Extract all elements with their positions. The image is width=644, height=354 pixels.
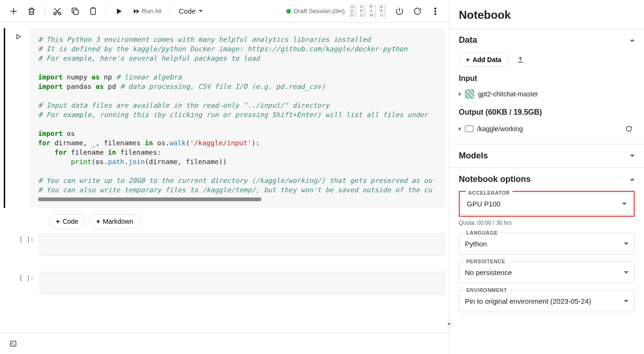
run-all-button[interactable]: Run All [129,6,165,17]
session-status: Draft Session (0m) [286,8,345,15]
accelerator-highlight: ACCELERATOR GPU P100 [459,191,635,217]
delete-cell-button[interactable] [24,3,39,19]
chevron-down-icon [624,300,628,302]
svg-point-6 [435,13,436,15]
horizontal-scrollbar[interactable] [38,197,261,201]
input-header: Input [459,74,635,83]
svg-rect-7 [10,341,16,346]
add-data-button[interactable]: +Add Data [459,53,509,67]
svg-rect-2 [74,9,79,14]
svg-rect-3 [91,8,95,14]
copy-button[interactable] [67,3,83,19]
language-dropdown[interactable]: LANGUAGE Python [459,233,635,255]
svg-point-0 [54,12,56,15]
toolbar: Run All Code Draft Session (0m) HDD CPU … [0,0,449,23]
options-section-header[interactable]: Notebook options [459,174,635,184]
divider [44,6,45,17]
status-dot-icon [286,9,291,14]
add-cell-button[interactable] [6,3,22,19]
code-editor[interactable]: # This Python 3 environment comes with m… [30,28,445,208]
chevron-down-icon [630,155,635,157]
folder-icon [465,126,473,132]
chevron-down-icon [198,10,203,12]
divider [170,6,170,17]
sidebar-title: Notebook [449,0,644,28]
paste-button[interactable] [85,3,101,19]
power-button[interactable] [392,3,408,19]
cell-prompt: [ ]: [19,275,34,294]
cell-type-label: Code [179,7,196,15]
persistence-label: PERSISTENCE [464,259,508,264]
cell-type-dropdown[interactable]: Code [175,5,207,17]
console-bar [0,333,449,354]
dataset-icon [465,89,474,99]
run-all-label: Run All [142,8,161,15]
empty-cell[interactable]: [ ]: [4,272,445,294]
svg-point-5 [435,10,436,12]
chevron-down-icon [624,271,628,274]
data-section-header[interactable]: Data [459,35,635,45]
code-editor[interactable] [39,233,445,256]
environment-dropdown[interactable]: ENVIRONMENT Pin to original environment … [459,290,635,312]
chevron-up-icon [630,39,635,41]
upload-button[interactable] [512,52,528,68]
language-label: LANGUAGE [464,230,500,236]
refresh-output-button[interactable] [623,123,635,134]
environment-label: ENVIRONMENT [464,287,510,293]
sidebar: ▸ Notebook Data +Add Data Input gpt2-chi… [449,0,644,354]
svg-point-1 [59,12,61,15]
notebook-body[interactable]: # This Python 3 environment comes with m… [0,23,449,333]
run-button[interactable] [111,3,127,19]
caret-right-icon [459,127,461,131]
caret-right-icon [459,92,461,96]
svg-point-4 [435,8,436,9]
chevron-down-icon [624,243,628,245]
console-toggle-button[interactable] [7,337,20,350]
cell-prompt: [ ]: [19,236,34,256]
refresh-button[interactable] [409,3,425,19]
ram-meter [374,4,376,18]
output-item[interactable]: /kaggle/working [459,125,523,133]
code-cell[interactable]: # This Python 3 environment comes with m… [4,28,445,208]
code-editor[interactable] [39,272,445,294]
gpu-meter [384,4,386,18]
accelerator-dropdown[interactable]: ACCELERATOR GPU P100 [461,193,633,215]
chevron-down-icon [622,203,627,205]
accelerator-label: ACCELERATOR [466,190,512,196]
models-section-header[interactable]: Models [459,151,635,161]
more-button[interactable] [427,3,443,19]
session-label: Draft Session (0m) [294,8,345,15]
chevron-up-icon [630,178,635,181]
add-markdown-button[interactable]: +Markdown [89,214,141,228]
sidebar-collapse-button[interactable]: ▸ [446,320,453,327]
persistence-dropdown[interactable]: PERSISTENCE No persistence [459,261,635,283]
input-item[interactable]: gpt2-chitchat-master [459,87,635,102]
cpu-meter [364,4,366,18]
resource-meters: HDD CPU RAM GPU [350,4,386,18]
add-code-button[interactable]: +Code [49,214,86,228]
run-cell-button[interactable] [13,31,24,208]
hdd-meter [354,4,356,18]
empty-cell[interactable]: [ ]: [4,233,445,256]
output-header: Output (60KB / 19.5GB) [459,108,635,117]
divider [106,6,106,17]
quota-text: Quota: 00:00 / 30 hrs [459,220,635,226]
cut-button[interactable] [49,3,65,19]
